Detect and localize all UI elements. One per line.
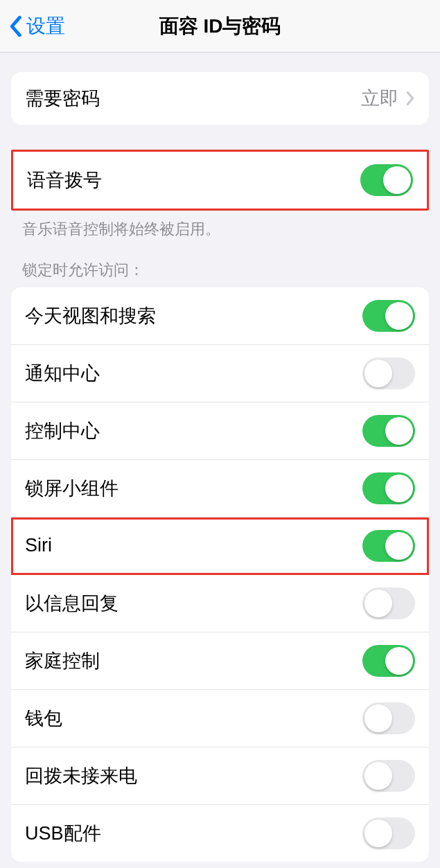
lock-access-footer: iPhone 锁定超过一小时后，需先解锁 iPhone 才能允许USB 配件连接… (0, 862, 440, 868)
group-lock-access: 今天视图和搜索通知中心控制中心锁屏小组件Siri以信息回复家庭控制钱包回拨未接来… (11, 287, 429, 862)
toggle-switch[interactable] (362, 587, 415, 619)
row-label: 需要密码 (25, 86, 100, 111)
voice-dial-toggle[interactable] (360, 164, 413, 196)
toggle-knob (364, 762, 392, 790)
lock-access-row: 回拨未接来电 (11, 747, 429, 805)
toggle-knob (385, 647, 413, 675)
row-label: 钱包 (25, 706, 62, 731)
toggle-knob (385, 475, 413, 502)
back-button[interactable]: 设置 (8, 13, 65, 39)
group-passcode: 需要密码 立即 (11, 72, 429, 125)
page-title: 面容 ID与密码 (159, 13, 281, 39)
lock-access-row: 以信息回复 (11, 575, 429, 632)
row-value: 立即 (361, 86, 415, 111)
toggle-knob (383, 166, 411, 194)
toggle-knob (364, 820, 392, 847)
toggle-switch[interactable] (362, 645, 415, 677)
require-passcode-row[interactable]: 需要密码 立即 (11, 72, 429, 125)
toggle-switch[interactable] (362, 702, 415, 734)
lock-access-row: 钱包 (11, 690, 429, 747)
lock-access-row: 今天视图和搜索 (11, 287, 429, 345)
toggle-switch[interactable] (362, 530, 415, 562)
toggle-switch[interactable] (362, 415, 415, 447)
row-label: 回拨未接来电 (25, 763, 137, 788)
row-label: Siri (25, 535, 52, 556)
lock-access-row: 家庭控制 (11, 632, 429, 690)
toggle-knob (364, 705, 392, 732)
row-label: 语音拨号 (27, 168, 102, 193)
row-label: 通知中心 (25, 361, 100, 386)
toggle-knob (385, 417, 413, 445)
toggle-knob (385, 532, 413, 560)
lock-access-row: USB配件 (11, 805, 429, 862)
toggle-switch[interactable] (362, 817, 415, 849)
chevron-left-icon (8, 15, 22, 37)
toggle-switch[interactable] (362, 357, 415, 389)
value-text: 立即 (361, 86, 398, 111)
row-label: 锁屏小组件 (25, 476, 118, 501)
toggle-knob (364, 590, 392, 617)
lock-access-header: 锁定时允许访问： (0, 240, 440, 287)
toggle-switch[interactable] (362, 760, 415, 792)
toggle-switch[interactable] (362, 472, 415, 504)
row-label: 控制中心 (25, 418, 100, 443)
row-label: 家庭控制 (25, 648, 100, 673)
voice-dial-row: 语音拨号 (13, 152, 427, 209)
row-label: 今天视图和搜索 (25, 303, 156, 328)
lock-access-row: 通知中心 (11, 345, 429, 402)
row-label: USB配件 (25, 821, 101, 846)
chevron-right-icon (405, 91, 415, 106)
toggle-switch[interactable] (362, 300, 415, 332)
lock-access-row: 锁屏小组件 (11, 460, 429, 517)
navigation-bar: 设置 面容 ID与密码 (0, 0, 440, 53)
back-label: 设置 (26, 13, 65, 39)
lock-access-row: Siri (11, 517, 429, 575)
toggle-knob (364, 360, 392, 387)
toggle-knob (385, 302, 413, 330)
voice-dial-footer: 音乐语音控制将始终被启用。 (0, 211, 440, 240)
lock-access-row: 控制中心 (11, 402, 429, 460)
row-label: 以信息回复 (25, 591, 118, 616)
group-voice-dial: 语音拨号 (11, 150, 429, 211)
